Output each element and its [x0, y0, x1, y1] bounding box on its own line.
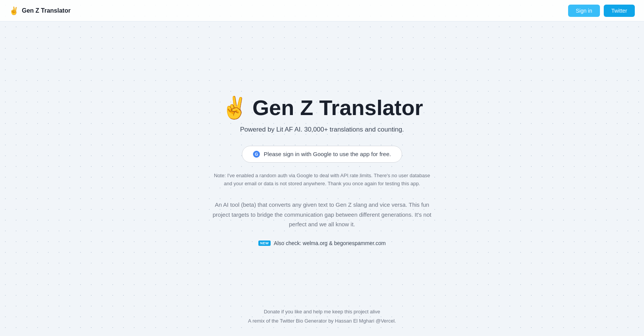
google-icon: G: [253, 151, 260, 158]
header-logo: ✌️ Gen Z Translator: [9, 6, 71, 15]
new-badge: NEW: [258, 240, 271, 246]
header-buttons: Sign in Twitter: [568, 5, 635, 17]
header: ✌️ Gen Z Translator Sign in Twitter: [0, 0, 644, 21]
logo-text: Gen Z Translator: [22, 7, 71, 14]
footer-line2: A remix of the Twitter Bio Generator by …: [0, 316, 644, 325]
description-text: An AI tool (beta) that converts any give…: [211, 200, 433, 229]
signin-prompt-text: Please sign in with Google to use the ap…: [264, 151, 391, 157]
logo-emoji: ✌️: [9, 6, 19, 15]
note-text: Note: I've enabled a random auth via Goo…: [211, 172, 433, 188]
also-check: NEW Also check: welma.org & begonespamme…: [258, 240, 386, 246]
also-check-text: Also check: welma.org & begonespammer.co…: [274, 240, 386, 246]
google-signin-button[interactable]: G Please sign in with Google to use the …: [242, 146, 402, 163]
content-center: ✌️ Gen Z Translator Powered by Lit AF AI…: [203, 96, 441, 246]
signin-button[interactable]: Sign in: [568, 5, 600, 17]
title-emoji: ✌️: [221, 96, 248, 120]
main-content: ✌️ Gen Z Translator Powered by Lit AF AI…: [0, 0, 644, 336]
subtitle: Powered by Lit AF AI. 30,000+ translatio…: [240, 126, 404, 133]
footer-line1: Donate if you like and help me keep this…: [0, 307, 644, 316]
footer: Donate if you like and help me keep this…: [0, 307, 644, 325]
twitter-button[interactable]: Twitter: [604, 5, 635, 17]
title-text: Gen Z Translator: [253, 96, 423, 120]
main-title: ✌️ Gen Z Translator: [221, 96, 423, 120]
